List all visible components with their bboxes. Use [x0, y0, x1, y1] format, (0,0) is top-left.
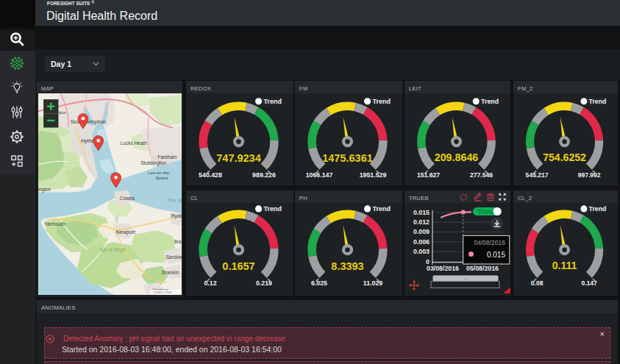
svg-text:0.012: 0.012	[413, 218, 430, 226]
svg-text:tton: tton	[58, 110, 65, 115]
svg-text:1951.529: 1951.529	[360, 171, 387, 179]
svg-text:...: ...	[464, 276, 467, 280]
svg-text:Shanklin: Shanklin	[162, 270, 180, 275]
svg-text:Trend: Trend	[373, 205, 391, 213]
svg-text:209.8646: 209.8646	[435, 151, 479, 163]
svg-text:277.546: 277.546	[470, 171, 493, 179]
svg-text:151.627: 151.627	[417, 171, 440, 179]
svg-text:Cowes: Cowes	[120, 196, 135, 201]
svg-text:0.12: 0.12	[204, 279, 216, 287]
svg-text:Stubbington: Stubbington	[140, 160, 166, 166]
svg-text:0.015: 0.015	[487, 251, 505, 259]
svg-text:Yarmouth: Yarmouth	[44, 221, 65, 226]
svg-text:989.226: 989.226	[252, 171, 276, 179]
svg-text:Trend: Trend	[589, 205, 607, 213]
svg-text:05/08/2016: 05/08/2016	[466, 265, 499, 272]
svg-text:540.428: 540.428	[199, 171, 222, 179]
svg-text:0.015: 0.015	[413, 209, 430, 216]
svg-text:6.025: 6.025	[311, 279, 327, 287]
svg-text:Lee-on-the-: Lee-on-the-	[148, 171, 170, 175]
svg-text:03/08/2016: 03/08/2016	[427, 265, 459, 272]
svg-text:0.08: 0.08	[531, 279, 544, 287]
svg-text:Trend: Trend	[264, 98, 282, 105]
svg-text:747.9234: 747.9234	[216, 152, 260, 164]
svg-text:997.992: 997.992	[578, 171, 601, 179]
svg-text:0.006: 0.006	[413, 238, 430, 246]
svg-text:0.219: 0.219	[256, 279, 272, 287]
svg-text:0.1657: 0.1657	[222, 260, 254, 272]
svg-text:Trend: Trend	[477, 208, 496, 215]
svg-text:Newport: Newport	[116, 229, 135, 235]
svg-text:754.6252: 754.6252	[543, 151, 586, 163]
svg-text:1475.6361: 1475.6361	[322, 152, 373, 164]
svg-text:Leaflet | OSM: Leaflet | OSM	[153, 290, 171, 294]
svg-text:ington: ington	[38, 187, 51, 193]
svg-text:8.3393: 8.3393	[331, 260, 363, 272]
svg-text:Isle of Wight: Isle of Wight	[99, 247, 127, 253]
svg-text:0.147: 0.147	[581, 279, 597, 287]
svg-text:0.003: 0.003	[413, 248, 430, 255]
svg-text:Bra: Bra	[174, 239, 182, 244]
svg-text:0.111: 0.111	[552, 260, 577, 271]
svg-text:0.009: 0.009	[413, 228, 430, 235]
svg-text:1066.147: 1066.147	[306, 171, 333, 179]
svg-text:Trend: Trend	[264, 205, 282, 213]
svg-text:The So: The So	[168, 198, 182, 203]
svg-text:Hythe: Hythe	[81, 138, 95, 144]
svg-text:Fareham: Fareham	[158, 154, 177, 160]
svg-text:Trend: Trend	[481, 98, 499, 105]
svg-text:11.029: 11.029	[363, 279, 383, 287]
svg-text:Trend: Trend	[589, 98, 607, 105]
svg-text:Locks Heath: Locks Heath	[121, 140, 147, 146]
svg-text:04/08/2016: 04/08/2016	[474, 239, 505, 246]
svg-text:Trend: Trend	[373, 98, 391, 105]
svg-text:Ryde: Ryde	[171, 213, 182, 219]
svg-text:Sandown: Sandown	[166, 254, 182, 260]
svg-text:545.217: 545.217	[526, 171, 549, 179]
svg-text:Solent: Solent	[155, 176, 168, 180]
